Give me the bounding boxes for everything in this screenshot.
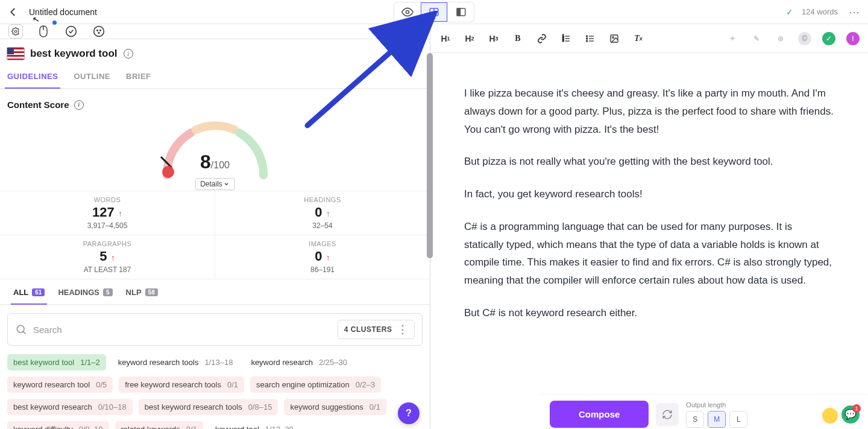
- term-name: best keyword tool: [13, 358, 74, 367]
- user-avatar[interactable]: I: [846, 32, 860, 45]
- term-chip[interactable]: best keyword tool1/1–2: [7, 354, 106, 370]
- svg-point-12: [98, 33, 99, 34]
- stat-para-value: 5: [99, 249, 107, 264]
- chat-bubble-icon[interactable]: 💬1: [841, 405, 860, 424]
- term-tab-nlp[interactable]: NLP 58: [126, 288, 158, 304]
- term-chip[interactable]: keyword research tool0/5: [7, 377, 113, 393]
- svg-point-8: [66, 27, 77, 37]
- copy-icon[interactable]: ©: [798, 32, 811, 45]
- svg-rect-4: [457, 8, 460, 16]
- term-chip[interactable]: free keyword research tools0/1: [119, 377, 244, 393]
- view-toggle: [394, 2, 474, 22]
- tab-guidelines[interactable]: GUIDELINES: [7, 66, 58, 88]
- view-split-button[interactable]: [421, 2, 447, 22]
- h1-button[interactable]: H1: [439, 32, 452, 45]
- clusters-button[interactable]: 4 CLUSTERS ⋮: [338, 320, 415, 339]
- score-value: 8/100: [200, 151, 230, 173]
- emoji-face-icon[interactable]: [822, 408, 838, 424]
- term-chip[interactable]: search engine optimization0/2–3: [250, 377, 381, 393]
- term-name: free keyword research tools: [125, 380, 221, 389]
- svg-point-11: [100, 30, 101, 31]
- svg-point-10: [97, 30, 98, 31]
- score-section: Content Score i 8/100 Details: [0, 89, 430, 191]
- term-chip[interactable]: keyword research tools1/13–18: [112, 354, 239, 370]
- view-preview-button[interactable]: [394, 2, 421, 22]
- help-button[interactable]: ?: [398, 402, 420, 424]
- compose-button[interactable]: Compose: [550, 401, 649, 428]
- svg-point-0: [406, 10, 409, 13]
- mouse-icon[interactable]: ↖: [36, 24, 51, 39]
- term-chip[interactable]: best keyword research tools0/8–15: [139, 399, 278, 415]
- stat-words-value: 127: [92, 205, 115, 220]
- info-icon[interactable]: i: [124, 49, 133, 59]
- term-name: keyword tool: [215, 425, 259, 429]
- image-button[interactable]: [608, 32, 621, 45]
- details-button[interactable]: Details: [195, 178, 235, 190]
- paragraph[interactable]: C# is a programming language that can be…: [464, 218, 834, 290]
- arrow-up-icon: ↑: [111, 253, 115, 262]
- length-s[interactable]: S: [686, 411, 704, 428]
- term-chip[interactable]: keyword suggestions0/1: [284, 399, 386, 415]
- back-button[interactable]: [6, 5, 20, 19]
- term-count: 0/1: [186, 425, 197, 429]
- globe-icon[interactable]: ⊕: [774, 32, 787, 45]
- document-title[interactable]: Untitled document: [29, 7, 97, 17]
- shield-icon[interactable]: ✓: [822, 32, 835, 45]
- paragraph[interactable]: In fact, you get keyword research tools!: [464, 185, 834, 203]
- term-name: search engine optimization: [256, 380, 350, 389]
- arrow-up-icon: ↑: [118, 209, 122, 218]
- term-tab-all[interactable]: ALL 61: [13, 288, 45, 304]
- stat-para-range: AT LEAST 187: [0, 265, 215, 274]
- editor-content[interactable]: I like pizza because it's cheesy and gre…: [430, 53, 868, 429]
- edit-icon[interactable]: ✎: [750, 32, 763, 45]
- tab-outline[interactable]: OUTLINE: [74, 66, 110, 88]
- h3-button[interactable]: H3: [487, 32, 500, 45]
- stat-words-range: 3,917–4,505: [0, 221, 215, 230]
- stats-row-2: PARAGRAPHS 5 ↑ AT LEAST 187 IMAGES 0 ↑ 8…: [0, 235, 430, 279]
- ordered-list-button[interactable]: 123: [559, 32, 573, 45]
- term-chip[interactable]: best keyword research0/10–18: [7, 399, 133, 415]
- tab-brief[interactable]: BRIEF: [126, 66, 151, 88]
- term-chip[interactable]: keyword tool1/12–20: [209, 421, 300, 429]
- clusters-label: 4 CLUSTERS: [344, 325, 392, 334]
- more-menu-button[interactable]: ⋯: [846, 5, 862, 19]
- search-box[interactable]: 4 CLUSTERS ⋮: [7, 313, 423, 346]
- length-l[interactable]: L: [729, 411, 747, 428]
- clusters-more-icon[interactable]: ⋮: [397, 324, 409, 335]
- view-editor-button[interactable]: [447, 2, 474, 22]
- paragraph[interactable]: But pizza is not really what you're gett…: [464, 153, 834, 171]
- bold-button[interactable]: B: [511, 32, 524, 45]
- score-denom: /100: [211, 160, 230, 170]
- term-tab-headings[interactable]: HEADINGS 5: [58, 288, 112, 304]
- stat-paragraphs: PARAGRAPHS 5 ↑ AT LEAST 187: [0, 235, 215, 279]
- term-chip[interactable]: keyword difficulty0/8–10: [7, 421, 109, 429]
- term-tabs: ALL 61 HEADINGS 5 NLP 58: [0, 279, 430, 305]
- h2-button[interactable]: H2: [463, 32, 476, 45]
- term-name: best keyword research tools: [145, 402, 242, 412]
- sparkle-icon[interactable]: ✦: [726, 32, 739, 45]
- clear-format-button[interactable]: Tx: [632, 32, 645, 45]
- svg-point-9: [94, 27, 104, 37]
- term-count: 1/13–18: [204, 358, 233, 367]
- paragraph[interactable]: But C# is not keyword research either.: [464, 304, 834, 322]
- paragraph[interactable]: I like pizza because it's cheesy and gre…: [464, 84, 834, 138]
- chat-badge: 1: [852, 404, 861, 413]
- stat-images-value: 0: [315, 249, 322, 264]
- stat-headings-label: HEADINGS: [215, 196, 430, 203]
- settings-button[interactable]: [8, 24, 23, 39]
- term-chip[interactable]: keyword research2/25–30: [245, 354, 353, 370]
- emoji-icon[interactable]: [92, 24, 106, 39]
- checkmark-circle-icon[interactable]: [64, 24, 78, 39]
- svg-point-30: [612, 36, 614, 38]
- right-toolbar: H1 H2 H3 B 123 Tx ✦ ✎ ⊕ © ✓ I: [430, 24, 868, 53]
- unordered-list-button[interactable]: [583, 32, 597, 45]
- length-m[interactable]: M: [708, 411, 726, 428]
- flag-us-icon: [7, 48, 24, 60]
- arrow-up-icon: ↑: [326, 209, 330, 218]
- refresh-button[interactable]: [656, 403, 679, 426]
- search-input[interactable]: [33, 325, 332, 335]
- term-chip[interactable]: related keywords0/1: [115, 421, 203, 429]
- link-button[interactable]: [535, 32, 549, 45]
- terms-list: best keyword tool1/1–2keyword research t…: [0, 354, 430, 429]
- score-info-icon[interactable]: i: [74, 100, 84, 110]
